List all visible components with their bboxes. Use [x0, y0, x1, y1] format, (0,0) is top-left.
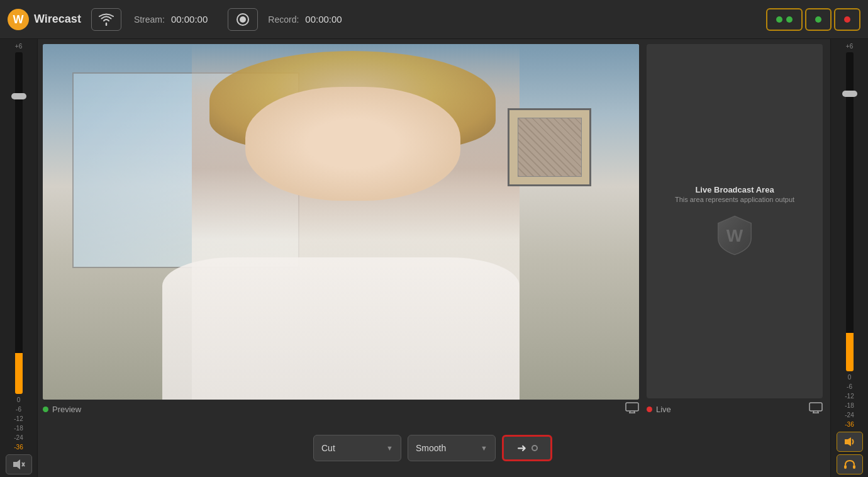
preview-video [43, 44, 639, 400]
main: +6 0 -6 -12 -18 -24 -36 [0, 39, 868, 477]
right-meter-minus24: -24 [845, 412, 854, 418]
dot-green-3 [815, 16, 821, 23]
record-timer: 00:00:00 [305, 14, 342, 25]
dot-green-2 [786, 16, 793, 23]
svg-text:W: W [13, 13, 24, 26]
content-area: Preview Live Broadcast Area [38, 39, 830, 477]
record-section: Record: 00:00:00 [268, 14, 342, 25]
left-meter-minus24: -24 [14, 434, 23, 441]
wifi-icon [97, 13, 115, 26]
smooth-label: Smooth [416, 443, 446, 453]
go-dot-icon [531, 445, 538, 451]
live-panel: Live Broadcast Area This area represents… [647, 44, 823, 417]
live-broadcast-subtitle: This area represents application output [675, 196, 794, 203]
left-meter-plus6: +6 [15, 43, 22, 50]
go-arrow-icon: ➜ [517, 441, 526, 455]
right-meter-buttons [837, 432, 863, 474]
dot-red-1 [844, 16, 850, 23]
right-meter-minus36: -36 [845, 421, 854, 428]
live-footer: Live [647, 402, 823, 417]
preview-dot [43, 407, 48, 412]
wifi-button[interactable] [91, 8, 121, 31]
wirecast-logo: W [8, 9, 29, 30]
wall-picture [508, 108, 591, 186]
preview-monitor-icon[interactable] [625, 402, 639, 417]
speaker-button[interactable] [837, 432, 863, 452]
smooth-arrow-icon: ▼ [481, 444, 487, 452]
status-buttons [766, 8, 860, 31]
preview-label: Preview [43, 405, 81, 414]
cut-arrow-icon: ▼ [386, 444, 393, 452]
svg-text:W: W [726, 226, 743, 245]
status-button-2[interactable] [805, 8, 832, 31]
preview-live-row: Preview Live Broadcast Area [43, 44, 823, 417]
preview-text: Preview [52, 405, 81, 414]
preview-panel: Preview [43, 44, 639, 417]
left-meter-bar[interactable] [15, 52, 23, 394]
monitor-icon [625, 402, 639, 413]
logo-area: W Wirecast [8, 9, 81, 30]
live-broadcast-title: Live Broadcast Area [695, 185, 774, 194]
left-meter-fill [15, 353, 23, 394]
left-meter-minus36: -36 [14, 444, 23, 451]
svg-rect-18 [853, 465, 855, 469]
svg-rect-12 [810, 403, 822, 411]
left-meter-minus12: -12 [14, 415, 23, 422]
right-meter-fill [846, 333, 854, 371]
right-meter-minus18: -18 [845, 402, 854, 409]
right-meter-bar[interactable] [846, 52, 854, 371]
header: W Wirecast Stream: 00:00:00 Record: 00:0… [0, 0, 868, 39]
right-meter-0: 0 [848, 374, 852, 381]
right-meter-minus6: -6 [847, 383, 852, 390]
cut-label: Cut [321, 443, 335, 453]
record-label: Record: [268, 14, 299, 25]
right-meter-container [831, 51, 868, 373]
stream-timer: 00:00:00 [171, 14, 208, 25]
left-meter-0: 0 [17, 396, 21, 403]
status-button-1[interactable] [766, 8, 803, 31]
status-button-3[interactable] [834, 8, 860, 31]
preview-footer: Preview [43, 402, 639, 417]
transition-row: Cut ▼ Smooth ▼ ➜ [43, 422, 823, 472]
svg-point-3 [240, 16, 246, 23]
headphones-icon [843, 459, 857, 470]
picture-content [518, 118, 581, 177]
live-label: Live [647, 405, 671, 414]
svg-marker-16 [845, 437, 851, 446]
svg-marker-4 [13, 459, 20, 469]
stream-label: Stream: [134, 14, 165, 25]
mute-button-left[interactable] [6, 454, 32, 474]
live-monitor-icon-svg [809, 402, 823, 413]
headphones-button[interactable] [837, 454, 863, 474]
live-broadcast-area: Live Broadcast Area This area represents… [647, 44, 823, 398]
live-dot [647, 407, 652, 412]
record-button[interactable] [228, 8, 258, 31]
left-meter-container [0, 51, 37, 395]
left-meter-minus18: -18 [14, 425, 23, 432]
right-meter-minus12: -12 [845, 393, 854, 400]
video-simulation [43, 44, 639, 400]
live-monitor-icon[interactable] [809, 402, 823, 417]
smooth-dropdown[interactable]: Smooth ▼ [408, 435, 496, 461]
stream-section: Stream: 00:00:00 [134, 14, 208, 25]
cut-dropdown[interactable]: Cut ▼ [313, 435, 401, 461]
svg-rect-17 [844, 465, 847, 469]
left-audio-meter: +6 0 -6 -12 -18 -24 -36 [0, 39, 38, 477]
live-text: Live [656, 405, 671, 414]
dot-green-1 [776, 16, 782, 23]
shirt [162, 257, 520, 400]
right-meter-plus6: +6 [846, 43, 853, 50]
right-meter-thumb[interactable] [842, 91, 857, 97]
right-audio-meter: +6 0 -6 -12 -18 -24 -36 [830, 39, 868, 477]
left-meter-minus6: -6 [16, 406, 21, 413]
speaker-icon [843, 437, 856, 447]
face [245, 87, 460, 201]
mute-icon-left [12, 459, 26, 470]
go-button[interactable]: ➜ [502, 435, 552, 461]
record-icon [235, 12, 250, 27]
wirecast-watermark: W [713, 213, 757, 257]
left-meter-thumb[interactable] [11, 93, 26, 99]
svg-rect-7 [626, 403, 638, 411]
app-title: Wirecast [34, 13, 81, 26]
